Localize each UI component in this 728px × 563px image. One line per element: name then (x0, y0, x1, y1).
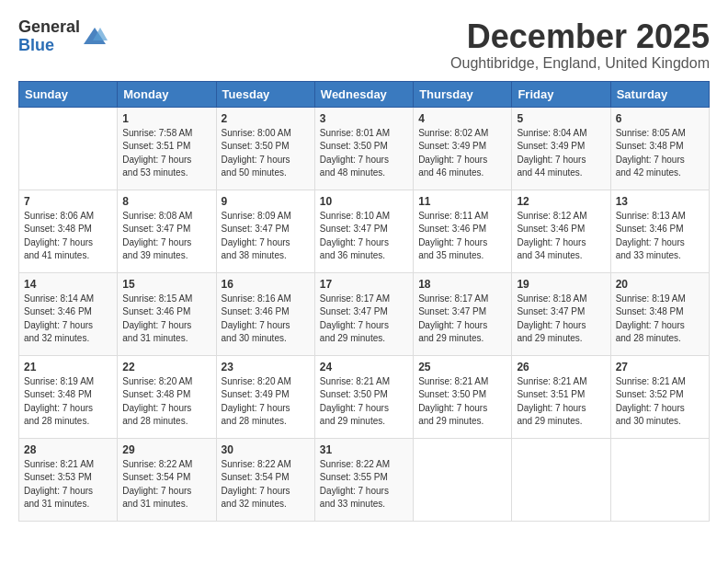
day-number: 4 (418, 112, 506, 125)
calendar-cell: 20Sunrise: 8:19 AMSunset: 3:48 PMDayligh… (610, 272, 709, 355)
calendar-cell: 27Sunrise: 8:21 AMSunset: 3:52 PMDayligh… (610, 355, 709, 438)
day-number: 10 (320, 195, 408, 208)
col-header-monday: Monday (118, 81, 216, 107)
calendar-header-row: SundayMondayTuesdayWednesdayThursdayFrid… (19, 81, 710, 107)
day-number: 17 (320, 278, 408, 291)
calendar-week-4: 21Sunrise: 8:19 AMSunset: 3:48 PMDayligh… (19, 355, 710, 438)
calendar-cell: 5Sunrise: 8:04 AMSunset: 3:49 PMDaylight… (512, 107, 610, 190)
day-number: 27 (616, 361, 704, 373)
day-number: 25 (418, 361, 506, 373)
calendar-cell: 4Sunrise: 8:02 AMSunset: 3:49 PMDaylight… (414, 107, 512, 190)
day-number: 13 (616, 195, 704, 208)
day-number: 8 (122, 195, 210, 208)
day-number: 5 (517, 112, 605, 125)
calendar-week-2: 7Sunrise: 8:06 AMSunset: 3:48 PMDaylight… (19, 190, 710, 272)
calendar-cell: 15Sunrise: 8:15 AMSunset: 3:46 PMDayligh… (118, 272, 216, 355)
day-number: 15 (122, 278, 210, 291)
calendar-week-1: 1Sunrise: 7:58 AMSunset: 3:51 PMDaylight… (19, 107, 710, 190)
day-number: 24 (320, 361, 408, 373)
calendar-week-3: 14Sunrise: 8:14 AMSunset: 3:46 PMDayligh… (19, 272, 710, 355)
day-number: 16 (222, 278, 310, 291)
day-info: Sunrise: 8:19 AMSunset: 3:48 PMDaylight:… (24, 375, 112, 429)
calendar-cell: 21Sunrise: 8:19 AMSunset: 3:48 PMDayligh… (19, 355, 118, 438)
day-number: 9 (222, 195, 310, 208)
day-number: 11 (418, 195, 506, 208)
day-number: 29 (122, 443, 210, 456)
day-info: Sunrise: 8:17 AMSunset: 3:47 PMDaylight:… (320, 293, 408, 346)
day-info: Sunrise: 8:21 AMSunset: 3:52 PMDaylight:… (616, 375, 704, 429)
day-number: 26 (517, 361, 605, 373)
day-info: Sunrise: 8:12 AMSunset: 3:46 PMDaylight:… (517, 210, 605, 263)
day-info: Sunrise: 8:20 AMSunset: 3:49 PMDaylight:… (222, 375, 310, 429)
day-info: Sunrise: 8:04 AMSunset: 3:49 PMDaylight:… (517, 127, 605, 180)
logo-general: General (18, 17, 80, 36)
calendar-cell: 19Sunrise: 8:18 AMSunset: 3:47 PMDayligh… (512, 272, 610, 355)
day-number: 14 (24, 278, 112, 291)
day-number: 2 (222, 112, 310, 125)
calendar-cell: 17Sunrise: 8:17 AMSunset: 3:47 PMDayligh… (314, 272, 413, 355)
col-header-sunday: Sunday (19, 81, 118, 107)
calendar-cell: 18Sunrise: 8:17 AMSunset: 3:47 PMDayligh… (414, 272, 512, 355)
month-title: December 2025 (450, 18, 710, 55)
day-info: Sunrise: 7:58 AMSunset: 3:51 PMDaylight:… (122, 127, 210, 180)
logo-blue: Blue (18, 36, 54, 54)
calendar-cell: 31Sunrise: 8:22 AMSunset: 3:55 PMDayligh… (314, 438, 413, 521)
day-info: Sunrise: 8:08 AMSunset: 3:47 PMDaylight:… (122, 210, 210, 263)
day-info: Sunrise: 8:00 AMSunset: 3:50 PMDaylight:… (222, 127, 310, 180)
calendar-cell: 24Sunrise: 8:21 AMSunset: 3:50 PMDayligh… (314, 355, 413, 438)
day-info: Sunrise: 8:21 AMSunset: 3:51 PMDaylight:… (517, 375, 605, 429)
col-header-tuesday: Tuesday (216, 81, 314, 107)
day-info: Sunrise: 8:13 AMSunset: 3:46 PMDaylight:… (616, 210, 704, 263)
calendar-cell: 8Sunrise: 8:08 AMSunset: 3:47 PMDaylight… (118, 190, 216, 272)
calendar-cell: 9Sunrise: 8:09 AMSunset: 3:47 PMDaylight… (216, 190, 314, 272)
day-info: Sunrise: 8:15 AMSunset: 3:46 PMDaylight:… (122, 293, 210, 346)
col-header-saturday: Saturday (610, 81, 709, 107)
day-info: Sunrise: 8:21 AMSunset: 3:53 PMDaylight:… (24, 458, 112, 511)
location: Oughtibridge, England, United Kingdom (450, 55, 710, 72)
calendar-cell: 30Sunrise: 8:22 AMSunset: 3:54 PMDayligh… (216, 438, 314, 521)
day-number: 20 (616, 278, 704, 291)
logo: General Blue (18, 18, 108, 55)
calendar-cell: 28Sunrise: 8:21 AMSunset: 3:53 PMDayligh… (19, 438, 118, 521)
calendar-cell (610, 438, 709, 521)
day-number: 7 (24, 195, 112, 208)
day-number: 28 (24, 443, 112, 456)
day-info: Sunrise: 8:09 AMSunset: 3:47 PMDaylight:… (222, 210, 310, 263)
calendar-cell: 1Sunrise: 7:58 AMSunset: 3:51 PMDaylight… (118, 107, 216, 190)
day-number: 1 (122, 112, 210, 125)
calendar-cell (19, 107, 118, 190)
calendar-cell: 2Sunrise: 8:00 AMSunset: 3:50 PMDaylight… (216, 107, 314, 190)
calendar-cell: 11Sunrise: 8:11 AMSunset: 3:46 PMDayligh… (414, 190, 512, 272)
day-info: Sunrise: 8:19 AMSunset: 3:48 PMDaylight:… (616, 293, 704, 346)
calendar-cell: 13Sunrise: 8:13 AMSunset: 3:46 PMDayligh… (610, 190, 709, 272)
day-info: Sunrise: 8:02 AMSunset: 3:49 PMDaylight:… (418, 127, 506, 180)
calendar-cell: 25Sunrise: 8:21 AMSunset: 3:50 PMDayligh… (414, 355, 512, 438)
col-header-wednesday: Wednesday (314, 81, 413, 107)
day-number: 18 (418, 278, 506, 291)
day-number: 31 (320, 443, 408, 456)
day-info: Sunrise: 8:21 AMSunset: 3:50 PMDaylight:… (320, 375, 408, 429)
calendar-cell: 10Sunrise: 8:10 AMSunset: 3:47 PMDayligh… (314, 190, 413, 272)
calendar-cell: 6Sunrise: 8:05 AMSunset: 3:48 PMDaylight… (610, 107, 709, 190)
calendar-cell: 22Sunrise: 8:20 AMSunset: 3:48 PMDayligh… (118, 355, 216, 438)
col-header-thursday: Thursday (414, 81, 512, 107)
day-number: 22 (122, 361, 210, 373)
day-info: Sunrise: 8:16 AMSunset: 3:46 PMDaylight:… (222, 293, 310, 346)
calendar-cell: 29Sunrise: 8:22 AMSunset: 3:54 PMDayligh… (118, 438, 216, 521)
day-info: Sunrise: 8:11 AMSunset: 3:46 PMDaylight:… (418, 210, 506, 263)
calendar-table: SundayMondayTuesdayWednesdayThursdayFrid… (18, 81, 710, 522)
day-number: 12 (517, 195, 605, 208)
day-number: 19 (517, 278, 605, 291)
col-header-friday: Friday (512, 81, 610, 107)
day-info: Sunrise: 8:10 AMSunset: 3:47 PMDaylight:… (320, 210, 408, 263)
calendar-cell: 7Sunrise: 8:06 AMSunset: 3:48 PMDaylight… (19, 190, 118, 272)
calendar-cell: 16Sunrise: 8:16 AMSunset: 3:46 PMDayligh… (216, 272, 314, 355)
day-info: Sunrise: 8:18 AMSunset: 3:47 PMDaylight:… (517, 293, 605, 346)
page-header: General Blue December 2025 Oughtibridge,… (18, 18, 710, 72)
calendar-cell (414, 438, 512, 521)
calendar-cell: 23Sunrise: 8:20 AMSunset: 3:49 PMDayligh… (216, 355, 314, 438)
day-info: Sunrise: 8:06 AMSunset: 3:48 PMDaylight:… (24, 210, 112, 263)
day-number: 21 (24, 361, 112, 373)
day-number: 30 (222, 443, 310, 456)
calendar-cell: 26Sunrise: 8:21 AMSunset: 3:51 PMDayligh… (512, 355, 610, 438)
